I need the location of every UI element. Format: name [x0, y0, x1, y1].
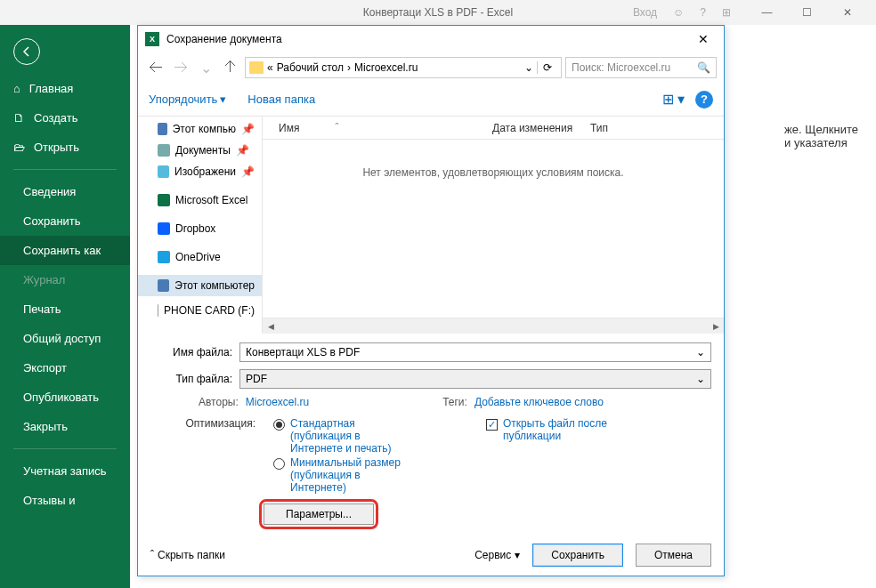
tags-value[interactable]: Добавьте ключевое слово — [474, 396, 604, 408]
help2-icon: ? — [700, 6, 706, 19]
tree-item[interactable]: Dropbox — [138, 218, 262, 239]
face-icon: ☺ — [673, 6, 684, 19]
sidebar-item-export[interactable]: Экспорт — [0, 353, 130, 383]
organize-button[interactable]: Упорядочить▾ — [149, 93, 226, 106]
pc-icon — [158, 123, 167, 135]
nav-recent-button[interactable]: ⌄ — [195, 57, 216, 78]
drive-icon — [158, 304, 158, 317]
help-button[interactable]: ? — [695, 91, 713, 109]
radio-icon — [273, 419, 285, 431]
backstage-sidebar: ⌂Главная 🗋Создать 🗁Открыть Сведения Сохр… — [0, 25, 130, 588]
authors-label: Авторы: — [199, 396, 239, 408]
hide-folders-button[interactable]: ˆСкрыть папки — [150, 549, 225, 561]
open-icon: 🗁 — [13, 141, 25, 154]
tree-item[interactable]: Документы 📌 — [138, 140, 262, 161]
sidebar-item-saveas[interactable]: Сохранить как — [0, 236, 130, 265]
login-link[interactable]: Вход — [633, 6, 657, 19]
breadcrumb-seg[interactable]: Microexcel.ru — [354, 61, 418, 74]
filename-input[interactable]: Конвертаци XLS в PDF⌄ — [239, 342, 711, 362]
tree-item[interactable]: Изображени 📌 — [138, 161, 262, 182]
app-title: Конвертаци XLS в PDF - Excel — [363, 6, 513, 19]
newfolder-button[interactable]: Новая папка — [247, 93, 315, 106]
separator — [13, 169, 117, 170]
tree-item[interactable]: PHONE CARD (F:) — [138, 300, 262, 321]
dialog-titlebar: X Сохранение документа ✕ — [138, 26, 724, 52]
breadcrumb-seg[interactable]: Рабочий стол — [277, 61, 344, 74]
dialog-nav: 🡠 🡢 ⌄ 🡡 « Рабочий стол › Microexcel.ru ⌄… — [138, 52, 724, 83]
parameters-highlight: Параметры... — [259, 499, 378, 529]
filetype-label: Тип файла: — [150, 373, 239, 385]
doc-icon — [158, 144, 170, 157]
save-button[interactable]: Сохранить — [532, 544, 623, 567]
file-list: Имяˆ Дата изменения Тип Нет элементов, у… — [263, 117, 724, 334]
search-input[interactable]: Поиск: Microexcel.ru 🔍 — [565, 57, 717, 78]
options-icon[interactable]: ⊞ — [722, 6, 731, 19]
checkbox-icon: ✓ — [486, 419, 498, 431]
excel-icon: X — [145, 32, 159, 46]
cancel-button[interactable]: Отмена — [636, 544, 711, 567]
maximize-button[interactable]: ☐ — [787, 0, 827, 25]
tree-item[interactable]: Этот компью 📌 — [138, 118, 262, 140]
sidebar-item-open[interactable]: 🗁Открыть — [0, 133, 130, 162]
dialog-title: Сохранение документа — [166, 33, 282, 45]
sidebar-item-save[interactable]: Сохранить — [0, 206, 130, 236]
sidebar-item-close[interactable]: Закрыть — [0, 412, 130, 441]
arrow-left-icon — [20, 45, 33, 58]
view-button[interactable]: ⊞ ▾ — [662, 91, 685, 108]
scroll-left[interactable]: ◀ — [263, 318, 279, 334]
sidebar-item-share[interactable]: Общий доступ — [0, 324, 130, 353]
pc-icon — [158, 279, 169, 292]
sidebar-item-print[interactable]: Печать — [0, 294, 130, 324]
chevron-down-icon[interactable]: ⌄ — [524, 61, 533, 74]
radio-minimum[interactable]: Минимальный размер (публикация в Интерне… — [273, 456, 415, 494]
chevron-down-icon[interactable]: ⌄ — [696, 346, 705, 358]
search-icon: 🔍 — [697, 61, 710, 74]
sort-icon: ˆ — [335, 122, 338, 134]
refresh-button[interactable]: ⟳ — [537, 61, 557, 74]
nav-forward-button: 🡢 — [170, 57, 191, 78]
chevron-down-icon: ▾ — [220, 93, 226, 106]
service-dropdown[interactable]: Сервис▾ — [474, 549, 520, 561]
back-button[interactable] — [13, 38, 40, 65]
filename-label: Имя файла: — [150, 346, 239, 358]
sidebar-item-new[interactable]: 🗋Создать — [0, 103, 130, 133]
nav-back-button[interactable]: 🡠 — [145, 57, 166, 78]
folder-icon — [249, 61, 264, 74]
filetype-select[interactable]: PDF⌄ — [239, 369, 711, 389]
excel-icon — [158, 194, 170, 206]
home-icon: ⌂ — [13, 82, 20, 95]
authors-value[interactable]: Microexcel.ru — [246, 396, 309, 408]
open-after-checkbox[interactable]: ✓Открыть файл после публикации — [486, 417, 645, 442]
img-icon — [158, 165, 169, 178]
breadcrumb[interactable]: « Рабочий стол › Microexcel.ru ⌄ ⟳ — [245, 57, 562, 78]
separator — [13, 448, 117, 449]
chevron-up-icon: ˆ — [150, 549, 154, 561]
background-text: же. Щелкнитеи указателя — [784, 123, 858, 149]
sidebar-item-home[interactable]: ⌂Главная — [0, 74, 130, 103]
sidebar-item-publish[interactable]: Опубликовать — [0, 383, 130, 412]
parameters-button[interactable]: Параметры... — [264, 503, 374, 525]
empty-message: Нет элементов, удовлетворяющих условиям … — [263, 140, 724, 318]
tree-item[interactable]: Microsoft Excel — [138, 189, 262, 211]
close-button[interactable]: ✕ — [827, 0, 867, 25]
sidebar-item-feedback[interactable]: Отзывы и — [0, 486, 130, 515]
h-scrollbar[interactable]: ◀ ▶ — [263, 318, 724, 334]
chevron-down-icon[interactable]: ⌄ — [696, 373, 705, 385]
new-icon: 🗋 — [13, 111, 25, 125]
sidebar-item-history: Журнал — [0, 265, 130, 294]
radio-standard[interactable]: Стандартная (публикация в Интернете и пе… — [273, 417, 415, 455]
nav-up-button[interactable]: 🡡 — [220, 57, 241, 78]
sidebar-item-account[interactable]: Учетная запись — [0, 456, 130, 486]
minimize-button[interactable]: — — [747, 0, 787, 25]
tree-item[interactable]: OneDrive — [138, 246, 262, 268]
tree-item[interactable]: Этот компьютер — [138, 275, 262, 296]
folder-tree[interactable]: Этот компью 📌 Документы 📌 Изображени 📌 M… — [138, 117, 263, 334]
chevron-down-icon: ▾ — [515, 549, 520, 561]
sidebar-item-info[interactable]: Сведения — [0, 177, 130, 206]
scroll-right[interactable]: ▶ — [708, 318, 724, 334]
dialog-footer: ˆСкрыть папки Сервис▾ Сохранить Отмена — [138, 535, 724, 576]
radio-icon — [273, 458, 285, 470]
file-list-header[interactable]: Имяˆ Дата изменения Тип — [263, 117, 724, 140]
dialog-close-button[interactable]: ✕ — [690, 32, 717, 46]
save-dialog: X Сохранение документа ✕ 🡠 🡢 ⌄ 🡡 « Рабоч… — [137, 25, 725, 576]
